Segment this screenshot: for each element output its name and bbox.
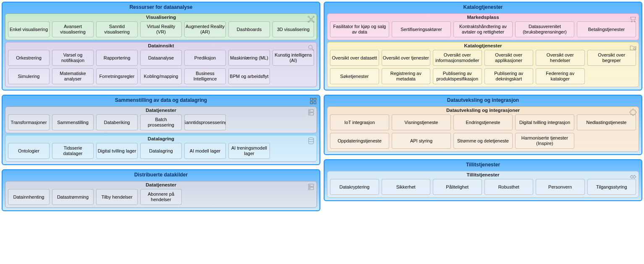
- capability-tile[interactable]: Pålitelighet: [433, 179, 482, 195]
- capability-tile[interactable]: Sertifiseringsaktører: [392, 21, 451, 37]
- grid-icon: [309, 97, 317, 106]
- capability-tile[interactable]: Publisering av dekningskart: [484, 68, 534, 84]
- svg-point-1: [308, 16, 309, 18]
- svg-point-24: [631, 21, 632, 22]
- svg-point-19: [309, 138, 314, 140]
- capability-tile[interactable]: AI treningsmodell lager: [228, 143, 270, 159]
- capability-tile[interactable]: Abonnere på hendelser: [140, 189, 182, 205]
- panel-title: Ressurser for dataanalyse: [5, 3, 317, 12]
- svg-point-23: [309, 188, 310, 189]
- capability-tile[interactable]: Oversikt over applikasjoner: [484, 50, 534, 66]
- capability-tile[interactable]: Datalagring: [140, 143, 182, 159]
- database-icon: [307, 137, 315, 145]
- capability-tile[interactable]: Sanntid visualisering: [96, 21, 138, 37]
- capability-tile[interactable]: Federering av kataloger: [536, 68, 585, 84]
- capability-tile[interactable]: Fasilitator for kjøp og salg av data: [330, 21, 389, 37]
- folder-search-icon: [629, 44, 637, 52]
- magnifier-icon: [307, 44, 315, 52]
- capability-tile[interactable]: Oversikt over informasjonsmodeller: [433, 50, 482, 66]
- section: Datautveksling og integrasjonerIoT integ…: [327, 106, 639, 152]
- capability-tile[interactable]: Ontologier: [8, 143, 50, 159]
- capability-tile[interactable]: Datasuverenitet (bruksbegrensninger): [515, 21, 574, 37]
- capability-tile[interactable]: Tilby hendelser: [96, 189, 138, 205]
- capability-tile[interactable]: Databeriking: [96, 114, 138, 130]
- capability-tile[interactable]: Oversikt over tjenester: [382, 50, 431, 66]
- svg-line-6: [312, 18, 313, 19]
- section-title: Katalogtjenester: [330, 43, 636, 50]
- capability-tile[interactable]: Visningstjeneste: [392, 114, 451, 130]
- capability-tile[interactable]: API styring: [392, 133, 451, 149]
- svg-line-8: [312, 20, 313, 21]
- capability-tile[interactable]: AI modell lager: [184, 143, 226, 159]
- capability-tile[interactable]: Maskinlæring (ML): [228, 50, 270, 66]
- capability-tile[interactable]: Søketjenester: [330, 68, 379, 84]
- section: DatalagringOntologierTidsserie datalager…: [5, 135, 317, 162]
- capability-tile[interactable]: IoT integrasjon: [330, 114, 389, 130]
- capability-tile[interactable]: BPM og arbeidsflyt: [228, 68, 270, 84]
- section: VisualiseringEnkel visualiseringAvansert…: [5, 13, 317, 40]
- capability-tile[interactable]: Varsel og notifikasjon: [52, 50, 94, 66]
- capability-tile[interactable]: Personvern: [536, 179, 585, 195]
- capability-tile[interactable]: Prediksjon: [184, 50, 226, 66]
- capability-tile[interactable]: Nedlastingstjeneste: [577, 114, 636, 130]
- capability-tile[interactable]: Batch prosessering: [140, 114, 182, 130]
- capability-tile[interactable]: Datainnhenting: [8, 189, 50, 205]
- capability-tile[interactable]: Tidsserie datalager: [52, 143, 94, 159]
- handshake-icon: [629, 173, 637, 181]
- capability-tile[interactable]: Strømme og deletjeneste: [453, 133, 513, 149]
- capability-tile[interactable]: Oversikt over datasett: [330, 50, 379, 66]
- capability-tile[interactable]: Matematiske analyser: [52, 68, 94, 84]
- capability-tile[interactable]: Digital tvilling lager: [96, 143, 138, 159]
- svg-rect-14: [314, 102, 316, 104]
- panel-title: Datautveksling og integrasjon: [327, 96, 639, 105]
- panel: TillitstjenesterTillitstjenesterDatakryp…: [324, 159, 642, 201]
- capability-tile[interactable]: Publisering av produktspesifikasjon: [433, 68, 482, 84]
- capability-tile[interactable]: Dataanalyse: [140, 50, 182, 66]
- capability-tile[interactable]: Tilgangsstyring: [587, 179, 636, 195]
- capability-tile[interactable]: Harmoniserte tjenester (Inspire): [515, 133, 574, 149]
- capability-tile[interactable]: Sanntidsprosessering: [184, 114, 226, 130]
- section: KatalogtjenesterOversikt over datasettOv…: [327, 42, 639, 87]
- svg-rect-11: [310, 98, 312, 100]
- capability-tile[interactable]: Sammenstilling: [52, 114, 94, 130]
- capability-tile[interactable]: Dashboards: [228, 21, 270, 37]
- capability-tile[interactable]: Orkestrering: [8, 50, 50, 66]
- puzzle-icon: [629, 109, 637, 117]
- capability-tile[interactable]: Registrering av metadata: [382, 68, 431, 84]
- capability-tile[interactable]: Kontraktshåndtering av avtaler og rettig…: [453, 21, 513, 37]
- servers-icon: [307, 109, 315, 117]
- capability-tile[interactable]: Avansert visualisering: [52, 21, 94, 37]
- capability-tile[interactable]: Oppdateringstjeneste: [330, 133, 389, 149]
- capability-tile[interactable]: Robusthet: [484, 179, 534, 195]
- capability-tile[interactable]: Endringstjeneste: [453, 114, 513, 130]
- capability-tile[interactable]: Oversikt over begreper: [587, 50, 636, 66]
- svg-point-9: [309, 45, 312, 49]
- panel: Ressurser for dataanalyseVisualiseringEn…: [2, 2, 320, 91]
- capability-tile[interactable]: Transformasjoner: [8, 114, 50, 130]
- capability-tile[interactable]: Rapportering: [96, 50, 138, 66]
- panel: KatalogtjenesterMarkedsplassFasilitator …: [324, 2, 642, 91]
- capability-tile[interactable]: Simulering: [8, 68, 50, 84]
- section-title: Datatjenester: [8, 182, 314, 189]
- capability-tile[interactable]: Datakryptering: [330, 179, 379, 195]
- panel-title: Sammenstilling av data og datalagring: [5, 96, 317, 105]
- capability-tile[interactable]: Sikkerhet: [382, 179, 431, 195]
- section-title: Datalagring: [8, 136, 314, 143]
- svg-point-22: [309, 185, 310, 186]
- svg-point-2: [313, 16, 314, 18]
- capability-tile[interactable]: Oversikt over hendelser: [536, 50, 585, 66]
- capability-tile[interactable]: Datastrømming: [52, 189, 94, 205]
- svg-line-7: [309, 20, 311, 21]
- panel: Sammenstilling av data og datalagringDat…: [2, 95, 320, 165]
- svg-point-3: [308, 21, 309, 23]
- capability-tile[interactable]: Betalingstjenester: [577, 21, 636, 37]
- capability-tile[interactable]: Digital tvilling integrasjon: [515, 114, 574, 130]
- capability-tile[interactable]: Forretningsregler: [96, 68, 138, 84]
- capability-tile[interactable]: Kobling/mapping: [140, 68, 182, 84]
- capability-tile[interactable]: Virtual Reality (VR): [140, 21, 182, 37]
- capability-tile[interactable]: Augmented Reality (AR): [184, 21, 226, 37]
- capability-tile[interactable]: Enkel visualisering: [8, 21, 50, 37]
- section-title: Markedsplass: [330, 15, 636, 21]
- section-title: Datautveksling og integrasjoner: [330, 108, 636, 114]
- capability-tile[interactable]: Business Intelligence: [184, 68, 226, 84]
